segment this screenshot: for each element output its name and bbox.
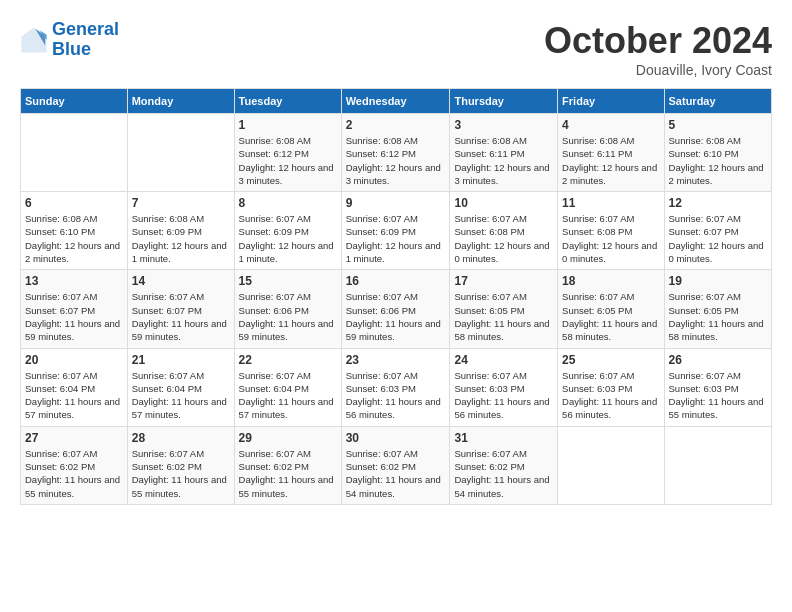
calendar-cell: 2Sunrise: 6:08 AM Sunset: 6:12 PM Daylig… xyxy=(341,114,450,192)
calendar-cell: 20Sunrise: 6:07 AM Sunset: 6:04 PM Dayli… xyxy=(21,348,128,426)
location-subtitle: Douaville, Ivory Coast xyxy=(544,62,772,78)
day-info: Sunrise: 6:07 AM Sunset: 6:05 PM Dayligh… xyxy=(669,290,767,343)
calendar-week: 13Sunrise: 6:07 AM Sunset: 6:07 PM Dayli… xyxy=(21,270,772,348)
day-info: Sunrise: 6:07 AM Sunset: 6:02 PM Dayligh… xyxy=(346,447,446,500)
calendar-cell: 18Sunrise: 6:07 AM Sunset: 6:05 PM Dayli… xyxy=(558,270,664,348)
day-number: 23 xyxy=(346,353,446,367)
day-info: Sunrise: 6:07 AM Sunset: 6:08 PM Dayligh… xyxy=(454,212,553,265)
day-info: Sunrise: 6:07 AM Sunset: 6:02 PM Dayligh… xyxy=(454,447,553,500)
calendar-cell: 8Sunrise: 6:07 AM Sunset: 6:09 PM Daylig… xyxy=(234,192,341,270)
calendar-cell: 31Sunrise: 6:07 AM Sunset: 6:02 PM Dayli… xyxy=(450,426,558,504)
day-number: 29 xyxy=(239,431,337,445)
header-day: Wednesday xyxy=(341,89,450,114)
logo-text: General Blue xyxy=(52,20,119,60)
calendar-week: 1Sunrise: 6:08 AM Sunset: 6:12 PM Daylig… xyxy=(21,114,772,192)
day-info: Sunrise: 6:08 AM Sunset: 6:09 PM Dayligh… xyxy=(132,212,230,265)
day-number: 26 xyxy=(669,353,767,367)
day-info: Sunrise: 6:08 AM Sunset: 6:12 PM Dayligh… xyxy=(239,134,337,187)
calendar-cell: 27Sunrise: 6:07 AM Sunset: 6:02 PM Dayli… xyxy=(21,426,128,504)
calendar-cell: 3Sunrise: 6:08 AM Sunset: 6:11 PM Daylig… xyxy=(450,114,558,192)
header-row: SundayMondayTuesdayWednesdayThursdayFrid… xyxy=(21,89,772,114)
day-info: Sunrise: 6:08 AM Sunset: 6:10 PM Dayligh… xyxy=(25,212,123,265)
day-info: Sunrise: 6:07 AM Sunset: 6:06 PM Dayligh… xyxy=(239,290,337,343)
header-day: Thursday xyxy=(450,89,558,114)
calendar-cell: 5Sunrise: 6:08 AM Sunset: 6:10 PM Daylig… xyxy=(664,114,771,192)
calendar-cell: 1Sunrise: 6:08 AM Sunset: 6:12 PM Daylig… xyxy=(234,114,341,192)
day-number: 24 xyxy=(454,353,553,367)
day-number: 16 xyxy=(346,274,446,288)
day-info: Sunrise: 6:08 AM Sunset: 6:11 PM Dayligh… xyxy=(562,134,659,187)
calendar-week: 27Sunrise: 6:07 AM Sunset: 6:02 PM Dayli… xyxy=(21,426,772,504)
day-number: 21 xyxy=(132,353,230,367)
day-info: Sunrise: 6:07 AM Sunset: 6:02 PM Dayligh… xyxy=(239,447,337,500)
calendar-cell: 28Sunrise: 6:07 AM Sunset: 6:02 PM Dayli… xyxy=(127,426,234,504)
day-number: 5 xyxy=(669,118,767,132)
day-number: 8 xyxy=(239,196,337,210)
header-day: Monday xyxy=(127,89,234,114)
page-header: General Blue October 2024 Douaville, Ivo… xyxy=(20,20,772,78)
calendar-cell: 22Sunrise: 6:07 AM Sunset: 6:04 PM Dayli… xyxy=(234,348,341,426)
day-number: 25 xyxy=(562,353,659,367)
day-info: Sunrise: 6:07 AM Sunset: 6:02 PM Dayligh… xyxy=(132,447,230,500)
month-title: October 2024 xyxy=(544,20,772,62)
day-number: 2 xyxy=(346,118,446,132)
calendar-cell: 13Sunrise: 6:07 AM Sunset: 6:07 PM Dayli… xyxy=(21,270,128,348)
day-info: Sunrise: 6:08 AM Sunset: 6:11 PM Dayligh… xyxy=(454,134,553,187)
day-info: Sunrise: 6:07 AM Sunset: 6:07 PM Dayligh… xyxy=(669,212,767,265)
calendar-cell xyxy=(558,426,664,504)
day-info: Sunrise: 6:08 AM Sunset: 6:12 PM Dayligh… xyxy=(346,134,446,187)
calendar-cell: 10Sunrise: 6:07 AM Sunset: 6:08 PM Dayli… xyxy=(450,192,558,270)
calendar-cell: 7Sunrise: 6:08 AM Sunset: 6:09 PM Daylig… xyxy=(127,192,234,270)
header-day: Saturday xyxy=(664,89,771,114)
calendar-cell: 25Sunrise: 6:07 AM Sunset: 6:03 PM Dayli… xyxy=(558,348,664,426)
day-number: 6 xyxy=(25,196,123,210)
calendar-cell xyxy=(664,426,771,504)
day-number: 11 xyxy=(562,196,659,210)
calendar-cell: 16Sunrise: 6:07 AM Sunset: 6:06 PM Dayli… xyxy=(341,270,450,348)
day-info: Sunrise: 6:07 AM Sunset: 6:08 PM Dayligh… xyxy=(562,212,659,265)
logo-icon xyxy=(20,26,48,54)
logo: General Blue xyxy=(20,20,119,60)
header-day: Friday xyxy=(558,89,664,114)
calendar-cell: 26Sunrise: 6:07 AM Sunset: 6:03 PM Dayli… xyxy=(664,348,771,426)
day-number: 14 xyxy=(132,274,230,288)
day-number: 30 xyxy=(346,431,446,445)
day-info: Sunrise: 6:07 AM Sunset: 6:03 PM Dayligh… xyxy=(346,369,446,422)
header-day: Sunday xyxy=(21,89,128,114)
calendar-cell: 14Sunrise: 6:07 AM Sunset: 6:07 PM Dayli… xyxy=(127,270,234,348)
day-number: 28 xyxy=(132,431,230,445)
calendar-cell xyxy=(127,114,234,192)
calendar-cell: 21Sunrise: 6:07 AM Sunset: 6:04 PM Dayli… xyxy=(127,348,234,426)
calendar-week: 20Sunrise: 6:07 AM Sunset: 6:04 PM Dayli… xyxy=(21,348,772,426)
calendar-cell xyxy=(21,114,128,192)
day-info: Sunrise: 6:07 AM Sunset: 6:03 PM Dayligh… xyxy=(454,369,553,422)
day-number: 15 xyxy=(239,274,337,288)
day-number: 18 xyxy=(562,274,659,288)
calendar-cell: 24Sunrise: 6:07 AM Sunset: 6:03 PM Dayli… xyxy=(450,348,558,426)
logo-line2: Blue xyxy=(52,39,91,59)
calendar-header: SundayMondayTuesdayWednesdayThursdayFrid… xyxy=(21,89,772,114)
day-info: Sunrise: 6:07 AM Sunset: 6:05 PM Dayligh… xyxy=(562,290,659,343)
day-number: 17 xyxy=(454,274,553,288)
calendar-week: 6Sunrise: 6:08 AM Sunset: 6:10 PM Daylig… xyxy=(21,192,772,270)
calendar-cell: 6Sunrise: 6:08 AM Sunset: 6:10 PM Daylig… xyxy=(21,192,128,270)
calendar-cell: 29Sunrise: 6:07 AM Sunset: 6:02 PM Dayli… xyxy=(234,426,341,504)
calendar-cell: 9Sunrise: 6:07 AM Sunset: 6:09 PM Daylig… xyxy=(341,192,450,270)
day-number: 12 xyxy=(669,196,767,210)
calendar-cell: 15Sunrise: 6:07 AM Sunset: 6:06 PM Dayli… xyxy=(234,270,341,348)
day-number: 31 xyxy=(454,431,553,445)
calendar-cell: 17Sunrise: 6:07 AM Sunset: 6:05 PM Dayli… xyxy=(450,270,558,348)
day-number: 7 xyxy=(132,196,230,210)
calendar-cell: 12Sunrise: 6:07 AM Sunset: 6:07 PM Dayli… xyxy=(664,192,771,270)
calendar-cell: 11Sunrise: 6:07 AM Sunset: 6:08 PM Dayli… xyxy=(558,192,664,270)
day-number: 10 xyxy=(454,196,553,210)
day-number: 3 xyxy=(454,118,553,132)
day-number: 13 xyxy=(25,274,123,288)
logo-line1: General xyxy=(52,19,119,39)
day-info: Sunrise: 6:07 AM Sunset: 6:05 PM Dayligh… xyxy=(454,290,553,343)
calendar-body: 1Sunrise: 6:08 AM Sunset: 6:12 PM Daylig… xyxy=(21,114,772,505)
calendar-cell: 4Sunrise: 6:08 AM Sunset: 6:11 PM Daylig… xyxy=(558,114,664,192)
day-info: Sunrise: 6:07 AM Sunset: 6:03 PM Dayligh… xyxy=(562,369,659,422)
day-number: 22 xyxy=(239,353,337,367)
day-info: Sunrise: 6:07 AM Sunset: 6:09 PM Dayligh… xyxy=(346,212,446,265)
